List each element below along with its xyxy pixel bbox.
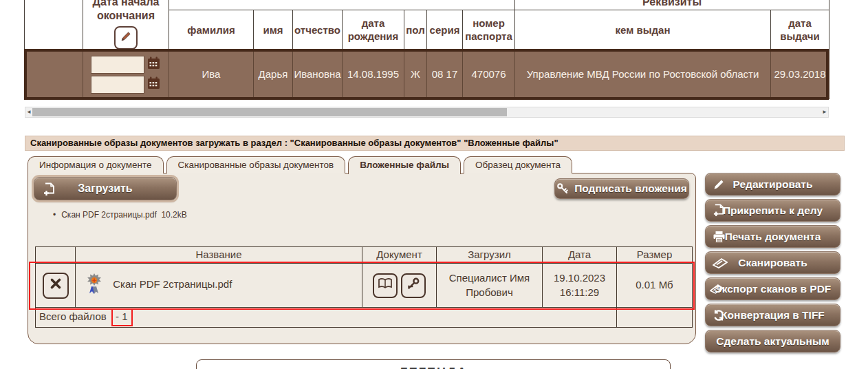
upload-time: 16:11:29 <box>543 286 616 299</box>
legend-title: ЛЕГЕНДА <box>399 366 468 369</box>
col-header-passport-number: номер паспорта <box>463 10 515 51</box>
edit-button-label: Редактировать <box>733 178 813 191</box>
col-header-surname: фамилия <box>169 10 254 51</box>
scrollbar-thumb[interactable] <box>32 108 507 116</box>
horizontal-scrollbar[interactable]: ◄ ► <box>25 107 829 118</box>
convert-tiff-label: Конвертация в TIFF <box>721 309 825 321</box>
empty-header-cell <box>25 0 83 51</box>
col-header-issued-by: кем выдан <box>515 10 771 51</box>
print-document-button[interactable]: Печать документа <box>705 225 840 248</box>
file-plus-icon <box>43 182 56 199</box>
open-book-icon <box>378 277 393 293</box>
tab-document-info[interactable]: Информация о документе <box>28 156 164 173</box>
upload-date: 19.10.2023 <box>543 271 616 285</box>
tab-document-sample[interactable]: Образец документа <box>464 156 572 173</box>
col-header-patronymic: отчество <box>293 10 343 51</box>
pencil-icon <box>713 178 725 191</box>
col-header-name: Название <box>76 247 362 264</box>
scan-button-label: Сканировать <box>738 257 807 269</box>
col-header-sex: пол <box>404 10 427 51</box>
uploader-cell: Специалист Имя Пробович <box>437 264 543 308</box>
cell-issue-date: 29.03.2018 <box>771 51 829 99</box>
delete-file-button[interactable] <box>43 273 69 299</box>
attach-to-case-button[interactable]: Прикрепить к делу <box>705 199 840 222</box>
col-header-delete <box>36 247 76 264</box>
file-plus-icon <box>713 204 726 217</box>
x-icon <box>49 277 63 294</box>
row-select-cell <box>25 51 83 99</box>
col-header-document: Документ <box>362 247 437 264</box>
attachments-header-row: Название Документ Загрузил Дата Размер <box>36 247 693 264</box>
upload-button-label: Загрузить <box>78 182 132 195</box>
attachment-row: Скан PDF 2страницы.pdf <box>36 264 693 308</box>
uploader-name-line1: Специалист Имя <box>437 271 542 285</box>
group-header-spacer <box>169 0 515 10</box>
uploader-name-line2: Пробович <box>437 286 542 299</box>
date-start-input[interactable] <box>91 56 144 74</box>
uploaded-file-name[interactable]: Скан PDF 2страницы.pdf <box>61 210 157 220</box>
date-range-cell <box>83 51 169 99</box>
pencil-icon <box>120 30 132 46</box>
make-actual-button[interactable]: Сделать актуальным <box>705 330 840 352</box>
key-icon <box>556 182 569 195</box>
upload-button[interactable]: Загрузить <box>34 177 177 200</box>
passport-data-row[interactable]: Ива Дарья Ивановна 14.08.1995 Ж 08 17 47… <box>25 51 829 99</box>
col-header-uploader: Загрузил <box>437 247 543 264</box>
uploaded-files-list: •Скан PDF 2страницы.pdf 10.2kB <box>53 210 187 220</box>
sign-attachments-button[interactable]: Подписать вложения <box>554 178 689 199</box>
total-files-cell: Всего файлов - 1 <box>36 308 617 328</box>
view-document-button[interactable] <box>373 273 398 298</box>
cell-surname: Ива <box>169 51 254 99</box>
key-icon <box>406 277 420 294</box>
edit-button[interactable]: Редактировать <box>705 173 840 196</box>
upload-date-cell: 19.10.2023 16:11:29 <box>543 264 617 308</box>
col-header-series: серия <box>427 10 463 51</box>
attachments-table: Название Документ Загрузил Дата Размер <box>35 246 693 328</box>
passport-requisites-table: Дата начала окончания Реквизиты фамилия … <box>24 0 829 99</box>
scroll-left-arrow-icon[interactable]: ◄ <box>25 107 32 117</box>
date-range-label-line2: окончания <box>83 9 169 23</box>
cell-sex: Ж <box>404 51 427 99</box>
group-header-row: Дата начала окончания Реквизиты <box>25 0 829 10</box>
convert-tiff-button[interactable]: Конвертация в TIFF <box>705 304 840 326</box>
group-header-requisites: Реквизиты <box>515 0 829 10</box>
cell-patronymic: Ивановна <box>293 51 343 99</box>
scanner-icon <box>710 284 724 294</box>
date-end-input[interactable] <box>91 76 144 94</box>
calendar-icon[interactable] <box>147 76 161 94</box>
file-name-cell: Скан PDF 2страницы.pdf <box>76 264 362 308</box>
export-scans-pdf-button[interactable]: Экспорт сканов в PDF <box>705 277 840 300</box>
action-button-column: Редактировать Прикрепить к делу Печать д… <box>705 173 840 356</box>
date-range-header-cell: Дата начала окончания <box>83 0 169 51</box>
col-header-size: Размер <box>617 247 693 264</box>
total-files-label: Всего файлов <box>39 310 107 322</box>
col-header-date: Дата <box>543 247 617 264</box>
list-bullet: • <box>53 210 56 220</box>
attach-to-case-label: Прикрепить к делу <box>723 204 823 217</box>
scroll-right-arrow-icon[interactable]: ► <box>821 107 828 117</box>
tab-bar: Информация о документе Сканированные обр… <box>28 156 572 174</box>
attachment-file-name[interactable]: Скан PDF 2страницы.pdf <box>113 278 232 290</box>
col-header-birth-date: дата рождения <box>343 10 404 51</box>
cell-issued-by: Управление МВД России по Ростовской обла… <box>515 51 771 99</box>
cell-passport-number: 470076 <box>463 51 515 99</box>
col-header-issue-date: дата выдачи <box>771 10 829 51</box>
calendar-icon[interactable] <box>147 56 161 74</box>
delete-cell <box>36 264 76 308</box>
cell-birth-date: 14.08.1995 <box>343 51 404 99</box>
tab-attached-files[interactable]: Вложенные файлы <box>348 156 461 174</box>
tab-scanned-images[interactable]: Сканированные образы документов <box>166 156 346 173</box>
notice-banner: Сканированные образы документов загружат… <box>25 136 845 151</box>
edit-dates-button[interactable] <box>114 26 138 50</box>
legend-box: ЛЕГЕНДА <box>196 359 671 369</box>
printer-icon <box>713 231 726 243</box>
cell-name: Дарья <box>254 51 293 99</box>
sign-file-button[interactable] <box>401 273 426 298</box>
refresh-icon <box>713 309 725 321</box>
total-files-value-highlight: - 1 <box>111 308 133 326</box>
scan-button[interactable]: Сканировать <box>705 251 840 274</box>
file-size-cell: 0.01 Мб <box>617 264 693 308</box>
attachments-panel: Загрузить Подписать вложения •Скан PDF 2… <box>28 173 696 344</box>
date-range-label-line1: Дата начала <box>83 0 169 9</box>
export-scans-pdf-label: Экспорт сканов в PDF <box>715 283 832 295</box>
